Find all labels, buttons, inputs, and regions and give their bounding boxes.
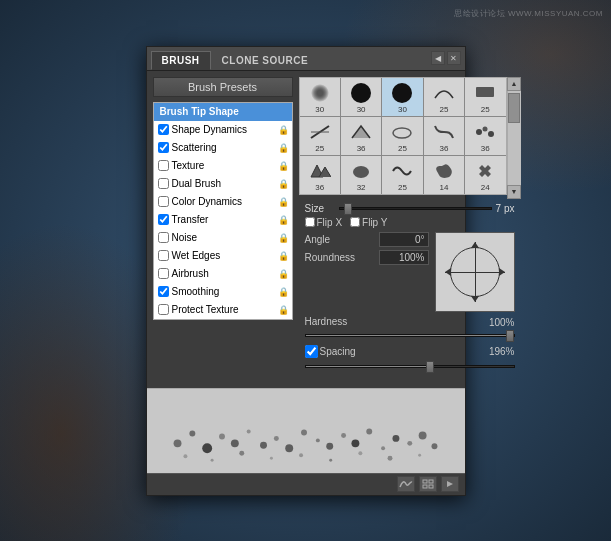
brush-options-list: Brush Tip Shape Shape Dynamics 🔒 Scatter…	[153, 102, 293, 320]
svg-rect-41	[429, 480, 433, 483]
brush-cell-4[interactable]: 25	[465, 78, 505, 116]
close-icon[interactable]: ✕	[447, 51, 461, 65]
shape-dynamics-option[interactable]: Shape Dynamics 🔒	[154, 121, 292, 139]
svg-point-15	[230, 439, 238, 447]
brush-cell-1[interactable]: 30	[341, 78, 381, 116]
brush-preview-section	[147, 388, 465, 473]
brush-tip-shape-header[interactable]: Brush Tip Shape	[154, 103, 292, 121]
crosshair-vertical	[475, 242, 476, 302]
svg-point-22	[326, 442, 333, 449]
scattering-option[interactable]: Scattering 🔒	[154, 139, 292, 157]
collapse-icon[interactable]: ◀	[431, 51, 445, 65]
params-section: Angle 0° Roundness 100%	[305, 232, 515, 312]
transfer-option[interactable]: Transfer 🔒	[154, 211, 292, 229]
smoothing-option[interactable]: Smoothing 🔒	[154, 283, 292, 301]
tab-brush[interactable]: BRUSH	[151, 51, 211, 70]
brush-cell-number-7: 25	[398, 145, 407, 153]
brush-cell-7[interactable]: 25	[382, 117, 422, 155]
angle-value[interactable]: 0°	[379, 232, 429, 247]
scroll-up-arrow[interactable]: ▲	[507, 77, 521, 91]
airbrush-lock-icon: 🔒	[278, 269, 288, 279]
texture-checkbox[interactable]	[158, 160, 169, 171]
protect-texture-checkbox[interactable]	[158, 304, 169, 315]
svg-point-34	[269, 456, 272, 459]
brush-cell-13[interactable]: 14	[424, 156, 464, 194]
texture-option[interactable]: Texture 🔒	[154, 157, 292, 175]
brush-cell-9[interactable]: 36	[465, 117, 505, 155]
roundness-value[interactable]: 100%	[379, 250, 429, 265]
brush-cell-number-9: 36	[481, 145, 490, 153]
flip-y-item[interactable]: Flip Y	[350, 217, 387, 228]
noise-option[interactable]: Noise 🔒	[154, 229, 292, 247]
brush-cell-5[interactable]: 25	[300, 117, 340, 155]
size-slider-container[interactable]	[339, 203, 492, 215]
spacing-slider[interactable]	[305, 360, 515, 374]
grid-view-icon[interactable]	[419, 476, 437, 492]
svg-point-18	[273, 435, 278, 440]
shape-dynamics-lock-icon: 🔒	[278, 125, 288, 135]
brush-cell-2[interactable]: 30	[382, 78, 422, 116]
scroll-thumb[interactable]	[508, 93, 520, 123]
color-dynamics-option[interactable]: Color Dynamics 🔒	[154, 193, 292, 211]
brush-cell-number-14: 24	[481, 184, 490, 192]
brush-cell-3[interactable]: 25	[424, 78, 464, 116]
noise-checkbox[interactable]	[158, 232, 169, 243]
svg-point-11	[173, 439, 181, 447]
hardness-track	[305, 334, 515, 337]
transfer-checkbox[interactable]	[158, 214, 169, 225]
svg-point-28	[407, 440, 412, 445]
smoothing-lock-icon: 🔒	[278, 287, 288, 297]
brush-shape-3	[433, 80, 455, 106]
brush-cell-11[interactable]: 32	[341, 156, 381, 194]
dual-brush-lock-icon: 🔒	[278, 179, 288, 189]
svg-point-35	[299, 453, 303, 457]
brush-panel: BRUSH CLONE SOURCE ◀ ✕ Brush Presets Bru…	[146, 46, 466, 496]
size-slider-thumb[interactable]	[344, 203, 352, 215]
color-dynamics-lock-icon: 🔒	[278, 197, 288, 207]
dual-brush-option[interactable]: Dual Brush 🔒	[154, 175, 292, 193]
color-dynamics-label: Color Dynamics	[172, 196, 275, 207]
brush-cell-number-13: 14	[439, 184, 448, 192]
noise-lock-icon: 🔒	[278, 233, 288, 243]
svg-point-26	[381, 446, 385, 450]
flip-x-checkbox[interactable]	[305, 217, 315, 227]
flip-y-checkbox[interactable]	[350, 217, 360, 227]
airbrush-option[interactable]: Airbrush 🔒	[154, 265, 292, 283]
brush-cell-8[interactable]: 36	[424, 117, 464, 155]
brush-cell-number-10: 36	[315, 184, 324, 192]
svg-point-6	[393, 128, 411, 138]
brush-grid-scrollbar[interactable]: ▲ ▼	[507, 77, 521, 199]
tab-clone-source[interactable]: CLONE SOURCE	[211, 51, 320, 70]
scattering-checkbox[interactable]	[158, 142, 169, 153]
dual-brush-checkbox[interactable]	[158, 178, 169, 189]
brush-presets-button[interactable]: Brush Presets	[153, 77, 293, 97]
svg-rect-40	[423, 480, 427, 483]
tab-bar: BRUSH CLONE SOURCE	[147, 47, 427, 70]
flip-y-label: Flip Y	[362, 217, 387, 228]
color-dynamics-checkbox[interactable]	[158, 196, 169, 207]
flip-x-item[interactable]: Flip X	[305, 217, 343, 228]
svg-rect-42	[423, 485, 427, 488]
airbrush-checkbox[interactable]	[158, 268, 169, 279]
size-row: Size 7 px	[305, 203, 515, 215]
panel-header: BRUSH CLONE SOURCE ◀ ✕	[147, 47, 465, 71]
smoothing-checkbox[interactable]	[158, 286, 169, 297]
brush-cell-0[interactable]: 30	[300, 78, 340, 116]
protect-texture-option[interactable]: Protect Texture 🔒	[154, 301, 292, 319]
wet-edges-option[interactable]: Wet Edges 🔒	[154, 247, 292, 265]
arrow-right-icon[interactable]	[441, 476, 459, 492]
brush-cell-12[interactable]: 25	[382, 156, 422, 194]
scroll-down-arrow[interactable]: ▼	[507, 185, 521, 199]
hardness-slider[interactable]	[305, 329, 515, 343]
brush-cell-10[interactable]: 36	[300, 156, 340, 194]
crosshair-right-arrow	[499, 268, 505, 276]
spacing-checkbox[interactable]	[305, 345, 318, 358]
shape-dynamics-checkbox[interactable]	[158, 124, 169, 135]
brush-cell-6[interactable]: 36	[341, 117, 381, 155]
brush-cell-14[interactable]: 24	[465, 156, 505, 194]
wet-edges-checkbox[interactable]	[158, 250, 169, 261]
panel-body: Brush Presets Brush Tip Shape Shape Dyna…	[147, 71, 465, 495]
hardness-slider-thumb[interactable]	[506, 330, 514, 342]
spacing-slider-thumb[interactable]	[426, 361, 434, 373]
brush-stroke-icon[interactable]	[397, 476, 415, 492]
